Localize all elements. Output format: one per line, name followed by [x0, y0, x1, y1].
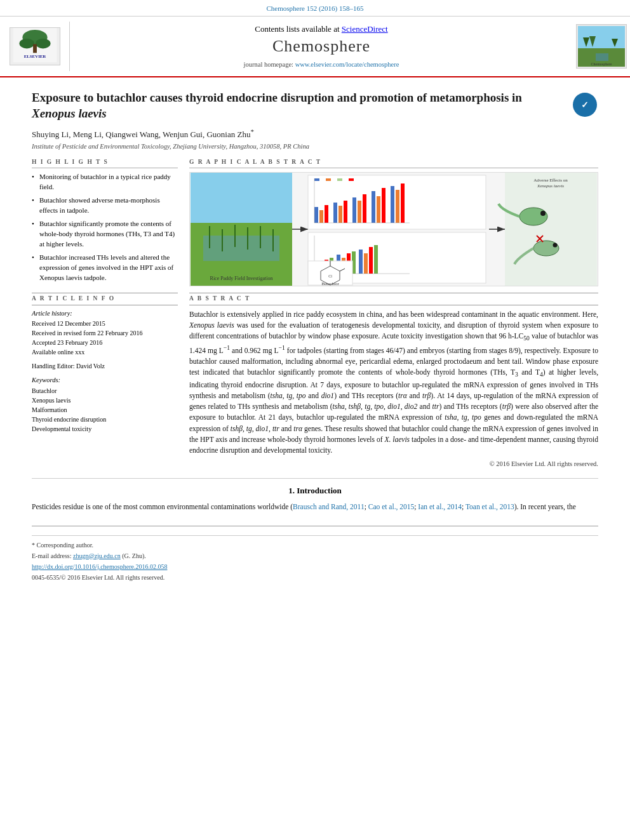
highlights-col: H I G H L I G H T S Monitoring of butach…: [32, 158, 178, 286]
email-label: E-mail address:: [32, 552, 71, 559]
keyword-2: Xenopus laevis: [32, 396, 178, 405]
keywords-title: Keywords:: [32, 376, 178, 385]
highlights-list: Monitoring of butachlor in a typical ric…: [32, 172, 178, 283]
svg-rect-35: [314, 207, 318, 223]
svg-rect-43: [363, 194, 366, 223]
authors-text: Shuying Li, Meng Li, Qiangwei Wang, Wenj…: [32, 130, 250, 139]
svg-rect-63: [369, 247, 373, 274]
ref-cao[interactable]: Cao et al., 2015: [368, 503, 415, 510]
ref-brausch[interactable]: Brausch and Rand, 2011: [293, 503, 365, 510]
svg-rect-37: [325, 205, 328, 223]
elsevier-logo: ELSEVIER: [0, 22, 70, 71]
article-info-header: A R T I C L E I N F O: [32, 293, 178, 305]
svg-point-3: [35, 39, 50, 49]
article-title-section: Exposure to butachlor causes thyroid end…: [32, 86, 598, 121]
abstract-header: A B S T R A C T: [189, 293, 598, 305]
svg-rect-13: [596, 53, 608, 61]
svg-rect-64: [374, 245, 378, 274]
homepage-prefix: journal homepage:: [244, 61, 293, 68]
svg-rect-18: [191, 172, 292, 223]
keyword-1: Butachlor: [32, 387, 178, 396]
svg-rect-4: [33, 44, 37, 53]
footer-divider: [32, 535, 598, 536]
journal-center-info: Contents lists available at ScienceDirec…: [70, 22, 573, 71]
article-info-abstract-row: A R T I C L E I N F O Article history: R…: [32, 293, 598, 469]
email-link[interactable]: zhugn@zju.edu.cn: [73, 552, 121, 559]
abstract-text: Butachlor is extensively applied in rice…: [189, 309, 598, 457]
handling-editor: Handling Editor: David Volz: [32, 362, 178, 371]
journal-header: ELSEVIER Contents lists available at Sci…: [0, 17, 630, 77]
keyword-5: Developmental toxicity: [32, 425, 178, 434]
corresponding-text: * Corresponding author.: [32, 542, 93, 549]
svg-rect-49: [401, 183, 405, 223]
svg-text:ELSEVIER: ELSEVIER: [23, 55, 46, 59]
homepage-link[interactable]: www.elsevier.com/locate/chemosphere: [295, 61, 399, 68]
svg-rect-20: [203, 236, 279, 261]
svg-text:Adverse Effects on: Adverse Effects on: [533, 178, 568, 183]
keywords-list: Butachlor Xenopus laevis Malformation Th…: [32, 387, 178, 434]
highlights-graphical-row: H I G H L I G H T S Monitoring of butach…: [32, 158, 598, 286]
svg-text:Xenopus laevis: Xenopus laevis: [537, 183, 564, 189]
svg-text:Butachlor: Butachlor: [321, 281, 339, 286]
highlights-header: H I G H L I G H T S: [32, 158, 178, 168]
copyright-notice: © 2016 Elsevier Ltd. All rights reserved…: [189, 460, 598, 469]
highlight-item-2: Butachlor showed adverse meta-morphosis …: [32, 196, 178, 216]
svg-rect-61: [359, 250, 363, 274]
svg-text:Rice Paddy Field Investigation: Rice Paddy Field Investigation: [210, 276, 273, 281]
corresponding-star: *: [250, 128, 253, 135]
graphical-abstract-col: G R A P H I C A L A B S T R A C T: [189, 158, 598, 286]
svg-text:✓: ✓: [581, 100, 589, 110]
svg-point-2: [19, 39, 34, 49]
svg-point-78: [540, 211, 546, 216]
doi-line: http://dx.doi.org/10.1016/j.chemosphere.…: [32, 563, 598, 571]
article-info-section: A R T I C L E I N F O Article history: R…: [32, 293, 178, 469]
svg-rect-9: [578, 26, 625, 48]
svg-point-80: [553, 243, 558, 248]
affiliation-line: Institute of Pesticide and Environmental…: [32, 142, 598, 152]
svg-rect-38: [333, 203, 337, 223]
keyword-4: Thyroid endocrine disruption: [32, 415, 178, 424]
svg-rect-31: [314, 178, 319, 181]
svg-rect-46: [382, 188, 385, 223]
svg-rect-40: [344, 201, 347, 223]
article-title: Exposure to butachlor causes thyroid end…: [32, 90, 553, 121]
svg-rect-48: [396, 190, 399, 223]
svg-point-77: [519, 208, 547, 225]
svg-rect-62: [364, 253, 368, 274]
svg-rect-42: [358, 201, 361, 223]
svg-rect-44: [372, 191, 375, 223]
svg-rect-74: [505, 172, 597, 286]
svg-rect-45: [377, 196, 380, 223]
keyword-3: Malformation: [32, 406, 178, 415]
footer-section: * Corresponding author. E-mail address: …: [32, 526, 598, 582]
highlight-item-4: Butachlor increased THs levels and alter…: [32, 253, 178, 283]
ref-toan[interactable]: Toan et al., 2013: [466, 503, 514, 510]
graphical-abstract-image: Rice Paddy Field Investigation: [189, 172, 598, 286]
abstract-section: A B S T R A C T Butachlor is extensively…: [189, 293, 598, 469]
received-date: Received 12 December 2015: [32, 319, 178, 328]
svg-text:Chemosphere: Chemosphere: [591, 62, 612, 66]
journal-citation: Chemosphere 152 (2016) 158–165: [266, 4, 363, 12]
email-note: E-mail address: zhugn@zju.edu.cn (G. Zhu…: [32, 552, 598, 561]
highlight-item-3: Butachlor significantly promote the cont…: [32, 219, 178, 250]
svg-rect-47: [391, 186, 394, 223]
revised-date: Received in revised form 22 February 201…: [32, 329, 178, 338]
journal-thumbnail: Chemosphere: [573, 22, 630, 71]
keywords-section: Keywords: Butachlor Xenopus laevis Malfo…: [32, 376, 178, 434]
ref-ian[interactable]: Ian et al., 2014: [418, 503, 462, 510]
svg-rect-41: [352, 197, 356, 223]
intro-header: 1. Introduction: [32, 485, 598, 497]
science-direct-link[interactable]: ScienceDirect: [342, 24, 388, 34]
journal-top-bar: Chemosphere 152 (2016) 158–165: [0, 0, 630, 17]
svg-rect-33: [337, 178, 342, 181]
svg-rect-36: [319, 210, 323, 223]
email-author: (G. Zhu).: [122, 552, 146, 559]
introduction-section: 1. Introduction Pesticides residue is on…: [32, 478, 598, 512]
svg-rect-32: [326, 178, 331, 181]
science-direct-prefix: Contents lists available at: [255, 24, 339, 34]
corresponding-note: * Corresponding author.: [32, 541, 598, 550]
doi-link[interactable]: http://dx.doi.org/10.1016/j.chemosphere.…: [32, 563, 167, 570]
svg-rect-34: [349, 178, 354, 181]
svg-rect-39: [338, 206, 342, 223]
highlight-item-1: Monitoring of butachlor in a typical ric…: [32, 172, 178, 192]
